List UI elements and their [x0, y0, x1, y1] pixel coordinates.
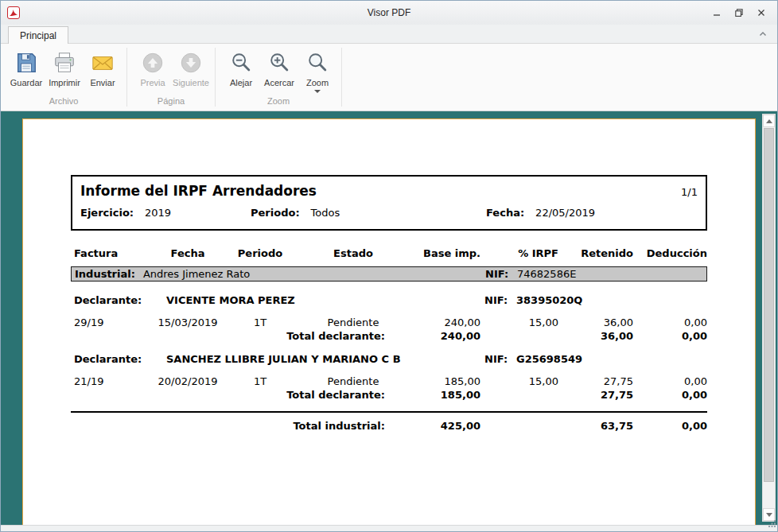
total-base: 185,00	[421, 389, 480, 401]
close-button[interactable]	[750, 5, 772, 21]
previa-button[interactable]: Previa	[134, 47, 172, 94]
fecha-value: 22/05/2019	[535, 207, 595, 219]
industrial-nif: 74682586E	[517, 268, 576, 280]
enviar-button[interactable]: Enviar	[84, 47, 122, 94]
imprimir-button[interactable]: Imprimir	[45, 47, 84, 94]
table-header-row: Factura Fecha Periodo Estado Base imp. %…	[71, 247, 707, 260]
report: Informe del IRPF Arrendadores 1/1 Ejerci…	[71, 175, 707, 432]
printer-icon	[53, 51, 76, 75]
ribbon-tab-row: Principal	[1, 25, 777, 43]
col-fecha: Fecha	[141, 247, 235, 260]
cell-factura: 29/19	[71, 316, 141, 328]
empty-cell	[480, 330, 558, 342]
titlebar[interactable]: Visor PDF	[1, 1, 777, 25]
industrial-name: Andres Jimenez Rato	[143, 268, 250, 280]
cell-factura: 21/19	[71, 375, 141, 387]
cell-periodo: 1T	[235, 375, 286, 387]
report-header-box: Informe del IRPF Arrendadores 1/1 Ejerci…	[71, 175, 707, 231]
scroll-up-button[interactable]	[763, 115, 775, 127]
arrow-down-circle-icon	[179, 51, 203, 75]
cell-retenido: 36,00	[558, 316, 633, 328]
group-divider	[341, 48, 342, 107]
group-zoom-label: Zoom	[216, 94, 341, 111]
arrow-up-circle-icon	[141, 51, 165, 75]
total-retenido: 36,00	[558, 330, 633, 342]
zoom-icon	[305, 51, 329, 75]
triangle-up-icon	[766, 119, 772, 123]
total-industrial-label: Total industrial:	[71, 420, 421, 432]
group-pagina: Previa Siguiente Página	[127, 44, 215, 111]
declarante-nif: 38395020Q	[516, 294, 582, 306]
meta-ejercicio: Ejercicio:2019	[80, 207, 171, 219]
ribbon: Guardar Imprimir	[1, 43, 777, 111]
col-deduccion: Deducción	[633, 247, 707, 260]
report-title: Informe del IRPF Arrendadores	[80, 183, 317, 199]
cell-irpf: 15,00	[480, 316, 558, 328]
resize-grip[interactable]	[768, 516, 776, 530]
minimize-button[interactable]	[706, 5, 728, 21]
restore-button[interactable]	[728, 5, 750, 21]
group-zoom: Alejar Acercar	[216, 44, 341, 111]
declarante-nif: G25698549	[516, 353, 582, 365]
scrollbar-thumb[interactable]	[764, 128, 774, 482]
previa-label: Previa	[140, 78, 165, 87]
separator-line	[71, 411, 707, 413]
vertical-scrollbar[interactable]	[762, 114, 776, 522]
cell-estado: Pendiente	[286, 375, 421, 387]
viewer-area: Informe del IRPF Arrendadores 1/1 Ejerci…	[1, 111, 777, 525]
invoice-row: 21/19 20/02/2019 1T Pendiente 185,00 15,…	[71, 375, 707, 387]
imprimir-label: Imprimir	[49, 78, 80, 87]
col-retenido: Retenido	[558, 247, 633, 260]
declarante-nif-label: NIF:	[484, 294, 508, 306]
resize-grip-icon	[768, 520, 776, 527]
meta-fecha: Fecha:22/05/2019	[486, 207, 595, 219]
invoice-row: 29/19 15/03/2019 1T Pendiente 240,00 15,…	[71, 316, 707, 328]
total-deduccion: 0,00	[633, 389, 707, 401]
acercar-button[interactable]: Acercar	[260, 47, 298, 94]
guardar-label: Guardar	[10, 78, 42, 87]
total-declarante-row: Total declarante: 240,00 36,00 0,00	[71, 330, 707, 342]
acercar-label: Acercar	[264, 78, 294, 87]
cell-retenido: 27,75	[558, 375, 633, 387]
declarante-name: SANCHEZ LLIBRE JULIAN Y MARIANO C B	[166, 353, 401, 365]
industrial-label: Industrial:	[75, 268, 135, 280]
declarante-header: Declarante: VICENTE MORA PEREZ NIF: 3839…	[71, 294, 707, 307]
email-icon	[91, 51, 115, 75]
ribbon-collapse-button[interactable]	[755, 28, 771, 41]
cell-deduccion: 0,00	[633, 375, 707, 387]
empty-cell	[480, 389, 558, 401]
total-declarante-label: Total declarante:	[71, 330, 421, 342]
declarante-label: Declarante:	[74, 294, 142, 306]
cell-fecha: 20/02/2019	[141, 375, 235, 387]
scrollbar-track[interactable]	[763, 127, 775, 508]
pdf-page: Informe del IRPF Arrendadores 1/1 Ejerci…	[22, 118, 756, 525]
window-title: Visor PDF	[1, 7, 777, 18]
restore-icon	[734, 8, 744, 17]
tab-principal[interactable]: Principal	[8, 26, 68, 44]
cell-irpf: 15,00	[480, 375, 558, 387]
guardar-button[interactable]: Guardar	[7, 47, 45, 94]
window-controls	[706, 5, 772, 21]
zoom-button[interactable]: Zoom	[298, 47, 336, 94]
alejar-button[interactable]: Alejar	[222, 47, 260, 94]
total-industrial-deduccion: 0,00	[633, 420, 707, 432]
alejar-label: Alejar	[230, 78, 252, 87]
declarante-name: VICENTE MORA PEREZ	[166, 294, 295, 306]
zoom-out-icon	[229, 51, 253, 75]
ejercicio-label: Ejercicio:	[80, 207, 134, 219]
cell-deduccion: 0,00	[633, 316, 707, 328]
total-base: 240,00	[421, 330, 480, 342]
col-irpf: % IRPF	[480, 247, 558, 260]
total-industrial-base: 425,00	[421, 420, 480, 432]
total-deduccion: 0,00	[633, 330, 707, 342]
empty-cell	[480, 420, 558, 432]
save-icon	[14, 51, 38, 75]
declarante-nif-label: NIF:	[484, 353, 508, 365]
zoom-in-icon	[267, 51, 291, 75]
col-base-imp: Base imp.	[421, 247, 480, 260]
cell-periodo: 1T	[235, 316, 286, 328]
enviar-label: Enviar	[90, 78, 115, 87]
siguiente-button[interactable]: Siguiente	[172, 47, 210, 94]
total-declarante-row: Total declarante: 185,00 27,75 0,00	[71, 389, 707, 401]
statusbar	[1, 525, 777, 531]
